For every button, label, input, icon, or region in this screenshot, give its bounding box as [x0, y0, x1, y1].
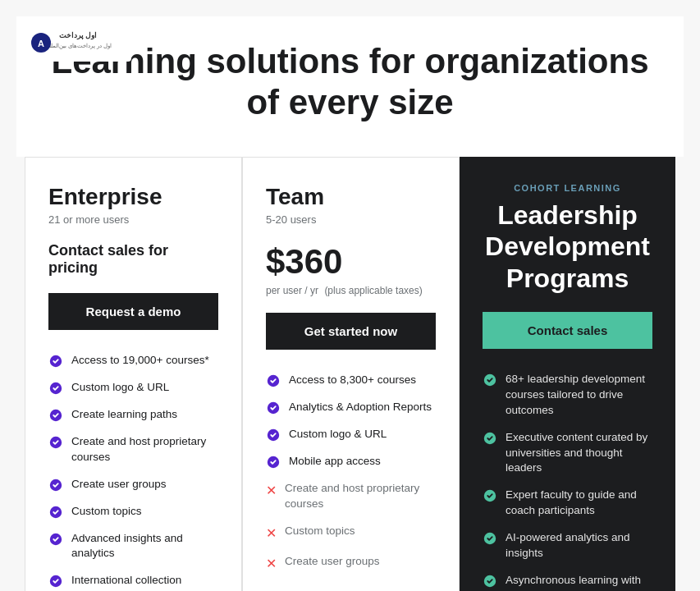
team-subtitle: 5-20 users — [266, 213, 436, 226]
cross-icon: ✕ — [266, 482, 277, 500]
svg-text:A: A — [38, 39, 44, 48]
feature-text: Analytics & Adoption Reports — [289, 400, 432, 415]
feature-text: Custom topics — [285, 524, 355, 539]
team-card: Team 5-20 users $360 per user / yr (plus… — [242, 157, 460, 591]
list-item: Create learning paths — [48, 407, 218, 423]
list-item: Access to 19,000+ courses* — [48, 353, 218, 369]
svg-text:اول پرداخت: اول پرداخت — [59, 31, 98, 40]
feature-text: Create user groups — [285, 554, 380, 570]
list-item: Expert faculty to guide and coach partic… — [483, 488, 652, 519]
list-item: International collection — [48, 573, 218, 589]
feature-text: Create user groups — [71, 477, 167, 492]
feature-text: Create and host proprietary courses — [285, 481, 436, 512]
list-item: Analytics & Adoption Reports — [266, 400, 436, 415]
feature-text: International collection — [71, 573, 181, 589]
list-item: Advanced insights and analytics — [48, 531, 218, 562]
cross-icon: ✕ — [266, 555, 277, 573]
feature-text: Custom logo & URL — [289, 427, 387, 442]
list-item: 68+ leadership development courses tailo… — [483, 372, 652, 419]
enterprise-subtitle: 21 or more users — [48, 213, 218, 226]
feature-text: Asynchronous learning with collaborative… — [506, 573, 652, 591]
cohort-features-list: 68+ leadership development courses tailo… — [483, 372, 652, 591]
list-item: Custom logo & URL — [266, 427, 436, 442]
enterprise-cta-button[interactable]: Request a demo — [48, 293, 218, 330]
list-item: Custom logo & URL — [48, 380, 218, 396]
price-note-plain: (plus applicable taxes) — [324, 285, 422, 296]
feature-text: Mobile app access — [289, 454, 381, 470]
feature-text: Access to 8,300+ courses — [289, 373, 416, 388]
cohort-cta-button[interactable]: Contact sales — [483, 312, 652, 349]
pricing-cards: Enterprise 21 or more users Contact sale… — [16, 157, 684, 591]
list-item: Access to 8,300+ courses — [266, 373, 436, 388]
list-item: AI-powered analytics and insights — [483, 530, 652, 561]
list-item: Asynchronous learning with collaborative… — [483, 573, 652, 591]
team-features-list: Access to 8,300+ courses Analytics & Ado… — [266, 373, 436, 574]
feature-text: Create learning paths — [71, 407, 177, 423]
price-note-colored: per user / yr — [266, 285, 318, 296]
feature-text: Expert faculty to guide and coach partic… — [506, 488, 652, 519]
cohort-label: COHORT LEARNING — [483, 183, 652, 193]
feature-text: Executive content curated by universitie… — [506, 430, 652, 477]
list-item: ✕ Custom topics — [266, 524, 436, 543]
list-item: Create user groups — [48, 477, 218, 492]
feature-text: AI-powered analytics and insights — [506, 530, 652, 561]
list-item: ✕ Create user groups — [266, 554, 436, 573]
feature-text: 68+ leadership development courses tailo… — [506, 372, 652, 419]
feature-text: Access to 19,000+ courses* — [71, 353, 209, 369]
enterprise-features-list: Access to 19,000+ courses* Custom logo &… — [48, 353, 218, 591]
cohort-card: COHORT LEARNING Leadership Development P… — [460, 157, 675, 591]
team-cta-button[interactable]: Get started now — [266, 313, 436, 350]
list-item: Custom topics — [48, 504, 218, 520]
list-item: Executive content curated by universitie… — [483, 430, 652, 477]
feature-text: Create and host proprietary courses — [71, 434, 218, 465]
feature-text: Custom topics — [71, 504, 142, 520]
cohort-title: Leadership Development Programs — [483, 199, 652, 294]
enterprise-card: Enterprise 21 or more users Contact sale… — [25, 157, 242, 591]
feature-text: Advanced insights and analytics — [71, 531, 218, 562]
enterprise-pricing-label: Contact sales for pricing — [48, 242, 218, 277]
team-price: $360 — [266, 242, 436, 282]
team-title: Team — [266, 184, 436, 210]
list-item: Create and host proprietary courses — [48, 434, 218, 465]
enterprise-title: Enterprise — [48, 184, 218, 210]
feature-text: Custom logo & URL — [71, 380, 169, 396]
team-price-note: per user / yr (plus applicable taxes) — [266, 285, 436, 296]
logo: اول پرداخت اول در پرداخت‌های بین‌المللی … — [25, 25, 131, 65]
list-item: ✕ Create and host proprietary courses — [266, 481, 436, 512]
list-item: Mobile app access — [266, 454, 436, 470]
svg-text:اول در پرداخت‌های بین‌المللی: اول در پرداخت‌های بین‌المللی — [44, 43, 112, 49]
cross-icon: ✕ — [266, 525, 277, 543]
